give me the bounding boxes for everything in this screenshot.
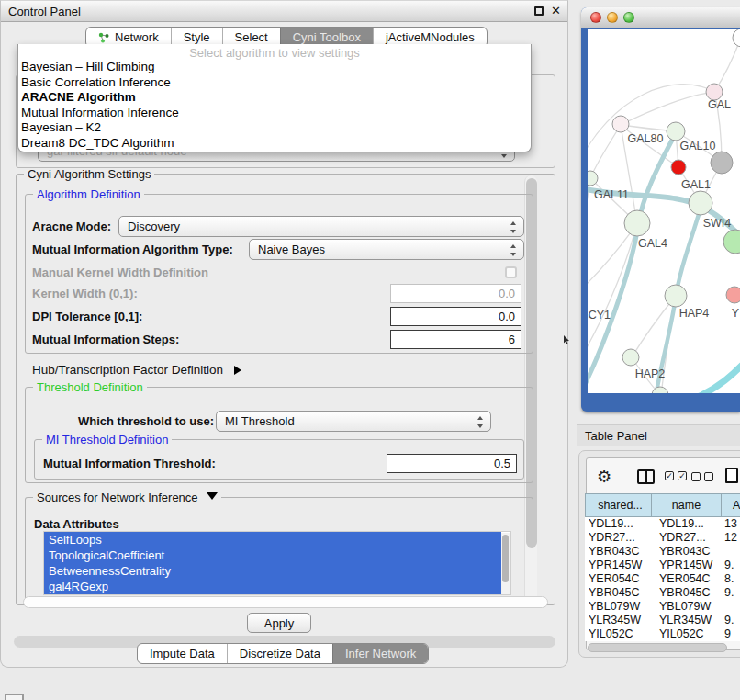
table-settings-gear-icon[interactable]: ⚙	[597, 467, 611, 487]
table-cell: 9	[722, 627, 740, 641]
column-header-name[interactable]: name	[652, 493, 722, 517]
tab-jactivemnodules-label: jActiveMNodules	[386, 30, 475, 44]
table-row[interactable]: YDL19...YDL19...13	[585, 517, 740, 531]
algorithm-dropdown-list: Select algorithm to view settings Bayesi…	[17, 44, 532, 152]
cyni-mode-tabbar: Impute Data Discretize Data Infer Networ…	[137, 643, 429, 664]
table-row[interactable]: YPR145WYPR145W9.	[585, 559, 740, 572]
algorithm-option[interactable]: Mutual Information Inference	[18, 106, 531, 121]
collapse-arrow-icon	[207, 492, 218, 500]
table-row[interactable]: YDR27...YDR27...12	[585, 531, 740, 545]
mi-algorithm-type-select[interactable]: Naive Bayes	[249, 239, 524, 260]
network-edge[interactable]	[621, 92, 714, 125]
close-window-icon[interactable]	[590, 12, 601, 23]
mi-threshold-input[interactable]: 0.5	[387, 454, 517, 473]
manual-kernel-width-label: Manual Kernel Width Definition	[32, 262, 208, 283]
tab-infer-network[interactable]: Infer Network	[332, 644, 428, 663]
float-panel-icon[interactable]	[534, 6, 544, 16]
table-row[interactable]: YLR345WYLR345W9.	[585, 614, 740, 627]
document-icon[interactable]	[725, 468, 738, 483]
algorithm-option[interactable]: Dream8 DC_TDC Algorithm	[18, 136, 531, 152]
which-threshold-select[interactable]: MI Threshold	[216, 411, 491, 432]
checked-box-icon: ✓	[665, 471, 674, 480]
algorithm-option[interactable]: ARACNE Algorithm	[18, 90, 531, 106]
network-node[interactable]	[723, 230, 740, 254]
data-attribute-option[interactable]: BetweennessCentrality	[44, 563, 501, 579]
attributes-scrollbar[interactable]	[501, 533, 510, 595]
kernel-width-input[interactable]: 0.0	[390, 284, 521, 303]
minimize-window-icon[interactable]	[607, 12, 618, 23]
table-cell	[722, 545, 740, 559]
tab-select-label: Select	[235, 30, 268, 44]
network-node-gal10[interactable]	[667, 122, 685, 141]
table-cell: YBR045C	[652, 586, 722, 600]
select-all-icon[interactable]: ✓ ✓	[665, 471, 687, 480]
table-panel-titlebar: Table Panel	[577, 424, 740, 446]
algorithm-option[interactable]: Bayesian – Hill Climbing	[18, 60, 531, 75]
minimized-panel-icon[interactable]	[5, 694, 24, 700]
network-edge[interactable]	[590, 125, 621, 178]
table-row[interactable]: YBR045CYBR045C9.	[585, 586, 740, 600]
sources-title[interactable]: Sources for Network Inference	[33, 491, 221, 504]
table-horizontal-scrollbar[interactable]	[588, 643, 727, 652]
tab-impute-data[interactable]: Impute Data	[138, 644, 227, 663]
column-header-partial[interactable]: A	[722, 493, 740, 517]
algorithm-options: Bayesian – Hill ClimbingBasic Correlatio…	[18, 60, 531, 152]
split-columns-icon[interactable]	[637, 469, 655, 484]
aracne-mode-select[interactable]: Discovery	[118, 216, 524, 237]
table-row[interactable]: YIL052CYIL052C9	[585, 627, 740, 641]
network-canvas[interactable]: GALGAL80GAL10GAL1GAL11SWI4GAL4GCY1HAP4YH…	[588, 29, 740, 393]
control-panel-titlebar: Control Panel ✕	[1, 1, 567, 22]
table-cell: 12	[722, 531, 740, 545]
network-edge[interactable]	[698, 357, 740, 393]
mouse-cursor	[563, 335, 570, 344]
apply-button-label: Apply	[264, 616, 295, 630]
network-node-gal1[interactable]	[671, 160, 686, 175]
deselect-all-icon[interactable]	[691, 472, 713, 481]
network-window-titlebar[interactable]	[581, 7, 740, 28]
network-edge[interactable]	[588, 223, 637, 362]
data-attribute-option[interactable]: TopologicalCoefficient	[44, 548, 501, 563]
tab-impute-data-label: Impute Data	[150, 647, 215, 660]
network-node-hap2[interactable]	[622, 349, 639, 366]
network-node-swi4[interactable]	[689, 191, 712, 215]
attributes-scrollbar-thumb[interactable]	[502, 535, 509, 582]
network-edge[interactable]	[714, 38, 740, 92]
table-row[interactable]: YER054CYER054C8.	[585, 572, 740, 586]
tab-discretize-data[interactable]: Discretize Data	[227, 644, 332, 663]
mi-algorithm-type-label: Mutual Information Algorithm Type:	[32, 239, 233, 260]
close-panel-icon[interactable]: ✕	[551, 4, 561, 17]
column-header-shared-name[interactable]: shared...	[585, 493, 652, 517]
table-row[interactable]: YBR043CYBR043C	[585, 545, 740, 559]
mi-threshold-label: Mutual Information Threshold:	[43, 453, 216, 474]
table-cell: 13	[722, 517, 740, 531]
network-node[interactable]	[733, 29, 740, 47]
network-edge[interactable]	[588, 85, 714, 167]
mi-steps-input[interactable]: 6	[390, 330, 521, 349]
tab-infer-network-label: Infer Network	[345, 647, 416, 660]
dpi-tolerance-input[interactable]: 0.0	[390, 307, 521, 326]
manual-kernel-width-checkbox[interactable]	[505, 266, 517, 278]
table-cell: YBR045C	[585, 586, 652, 600]
data-attribute-option[interactable]: gal4RGexp	[44, 579, 501, 594]
hub-expander[interactable]: Hub/Transcription Factor Definition	[32, 359, 241, 380]
expander-arrow-icon	[234, 366, 241, 375]
network-node-gal4[interactable]	[624, 210, 650, 236]
network-node-hap4[interactable]	[665, 285, 687, 307]
network-node-label: GAL	[708, 98, 731, 111]
table-rows: YDL19...YDL19...13YDR27...YDR27...12YBR0…	[585, 517, 740, 641]
algorithm-option[interactable]: Basic Correlation Inference	[18, 75, 531, 91]
table-row[interactable]: YBL079WYBL079W	[585, 600, 740, 614]
network-node-y[interactable]	[726, 287, 740, 303]
network-node[interactable]	[711, 152, 733, 174]
kernel-width-label: Kernel Width (0,1):	[32, 283, 138, 304]
algorithm-option[interactable]: Bayesian – K2	[18, 120, 531, 136]
settings-horizontal-scrollbar[interactable]	[23, 596, 548, 608]
which-threshold-value: MI Threshold	[225, 414, 295, 428]
apply-button[interactable]: Apply	[247, 613, 311, 633]
network-node-gal80[interactable]	[612, 116, 629, 132]
table-cell: YDR27...	[585, 531, 652, 545]
algorithm-definition-title: Algorithm Definition	[33, 187, 144, 201]
data-attribute-option[interactable]: SelfLoops	[44, 532, 501, 548]
zoom-window-icon[interactable]	[623, 12, 634, 23]
network-node-gal11[interactable]	[588, 171, 598, 186]
